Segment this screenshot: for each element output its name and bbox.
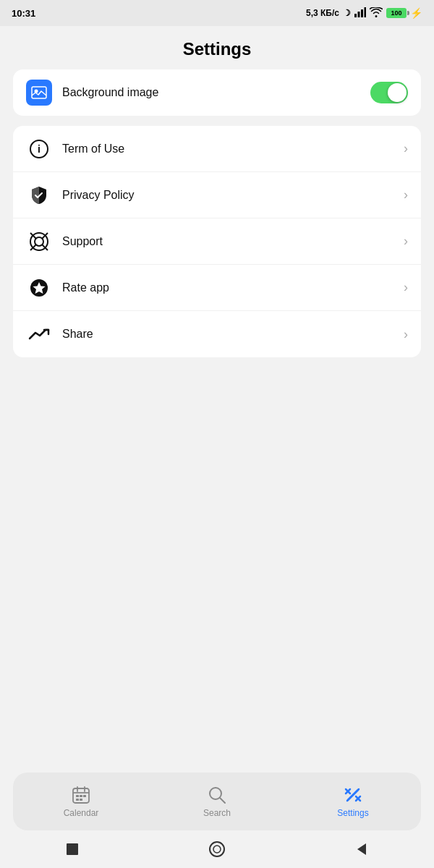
tab-search[interactable]: Search [149, 785, 285, 818]
status-right: 5,3 КБ/с ☽ 100 ⚡ [306, 7, 422, 20]
privacy-policy-label: Privacy Policy [62, 189, 404, 202]
status-time: 10:31 [12, 8, 35, 19]
wifi-icon [370, 7, 383, 20]
settings-card-2: i Term of Use › Privacy Policy › [13, 126, 421, 357]
charging-icon: ⚡ [410, 7, 422, 19]
background-image-row[interactable]: Background image [13, 69, 421, 116]
tab-bar: Calendar Search Settings [13, 773, 421, 830]
tab-settings[interactable]: Settings [285, 785, 421, 818]
privacy-chevron-icon: › [404, 187, 408, 203]
svg-rect-33 [67, 843, 78, 855]
battery-icon: 100 [386, 8, 407, 18]
svg-point-34 [210, 842, 224, 856]
share-label: Share [62, 328, 404, 341]
network-speed: 5,3 КБ/с [306, 8, 339, 18]
svg-marker-36 [357, 843, 366, 855]
svg-point-9 [35, 237, 43, 246]
svg-rect-2 [361, 9, 363, 17]
svg-rect-21 [80, 795, 82, 797]
toggle-knob [388, 83, 407, 102]
nav-back-button[interactable] [350, 838, 373, 861]
rate-chevron-icon: › [404, 280, 408, 295]
calendar-tab-label: Calendar [64, 808, 99, 818]
support-row[interactable]: Support › [13, 218, 421, 265]
svg-point-35 [213, 846, 221, 853]
settings-tab-icon [343, 785, 363, 805]
share-chevron-icon: › [404, 327, 408, 342]
svg-rect-20 [76, 795, 79, 797]
background-image-toggle[interactable] [370, 82, 408, 103]
svg-rect-23 [76, 799, 79, 801]
svg-rect-0 [354, 14, 357, 17]
settings-container: Background image i Term of Use › [0, 69, 434, 357]
settings-tab-label: Settings [337, 808, 368, 818]
term-chevron-icon: › [404, 141, 408, 156]
svg-rect-4 [32, 87, 46, 98]
svg-line-32 [348, 790, 358, 800]
svg-rect-3 [365, 7, 367, 17]
moon-icon: ☽ [343, 8, 351, 18]
svg-rect-22 [83, 795, 86, 797]
share-row[interactable]: Share › [13, 311, 421, 357]
support-chevron-icon: › [404, 234, 408, 249]
shield-icon [26, 182, 52, 208]
nav-square-button[interactable] [61, 838, 84, 861]
status-bar: 10:31 5,3 КБ/с ☽ 100 ⚡ [0, 0, 434, 26]
background-image-label: Background image [62, 86, 370, 99]
search-icon [207, 785, 227, 805]
lifebuoy-icon [26, 229, 52, 255]
support-label: Support [62, 235, 404, 248]
background-image-icon [26, 80, 52, 106]
star-icon [26, 275, 52, 301]
tab-calendar[interactable]: Calendar [13, 785, 149, 818]
rate-app-label: Rate app [62, 281, 404, 294]
svg-text:i: i [38, 143, 41, 155]
page-title: Settings [0, 26, 434, 69]
privacy-policy-row[interactable]: Privacy Policy › [13, 172, 421, 218]
calendar-icon [71, 785, 91, 805]
term-of-use-row[interactable]: i Term of Use › [13, 126, 421, 172]
info-icon: i [26, 136, 52, 162]
term-of-use-label: Term of Use [62, 142, 404, 156]
svg-line-26 [220, 798, 225, 803]
search-tab-label: Search [203, 808, 231, 818]
trending-icon [26, 321, 52, 347]
svg-rect-24 [80, 799, 82, 801]
settings-card-1: Background image [13, 69, 421, 116]
rate-app-row[interactable]: Rate app › [13, 265, 421, 311]
svg-rect-1 [358, 12, 360, 17]
navigation-bar [0, 830, 434, 868]
nav-circle-button[interactable] [205, 838, 229, 861]
signal-icon [354, 7, 366, 20]
